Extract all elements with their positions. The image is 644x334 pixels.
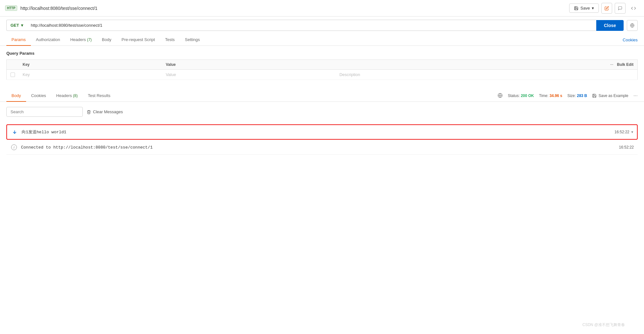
save-chevron: ▾	[592, 6, 594, 10]
params-header-desc-bulk: ··· Bulk Edit	[336, 60, 637, 70]
code-icon-btn[interactable]	[628, 3, 639, 14]
resp-headers-badge: (8)	[73, 94, 78, 98]
resp-tab-body[interactable]: Body	[6, 90, 26, 102]
tab-tests[interactable]: Tests	[160, 34, 180, 46]
globe-status-icon	[498, 93, 503, 99]
http-badge: HTTP	[5, 5, 17, 11]
query-params-section: Query Params Key Value ··· Bulk Edit Key	[0, 46, 644, 85]
info-icon-container: i	[10, 143, 18, 151]
edit-icon-btn[interactable]	[601, 3, 612, 14]
size-label: Size: 283 B	[567, 94, 587, 98]
arrow-down-icon	[12, 129, 17, 135]
response-body: Clear Messages 向1发送hello world1 16:52:22…	[0, 102, 644, 160]
close-button[interactable]: Close	[596, 20, 624, 31]
message-item-0[interactable]: 向1发送hello world1 16:52:22 ▾	[6, 124, 638, 140]
comment-icon-btn[interactable]	[615, 3, 626, 14]
trash-icon	[87, 110, 91, 114]
request-tabs: Params Authorization Headers (7) Body Pr…	[0, 34, 644, 46]
watermark: CSDN @准不想飞舞青春	[582, 322, 625, 328]
message-text-0: 向1发送hello world1	[22, 129, 614, 135]
top-bar: HTTP http://localhost:8080/test/sse/conn…	[0, 0, 644, 17]
tab-body[interactable]: Body	[97, 34, 117, 46]
tab-pre-request-script[interactable]: Pre-request Script	[117, 34, 160, 46]
response-tabs: Body Cookies Headers (8) Test Results St…	[0, 90, 644, 102]
params-table: Key Value ··· Bulk Edit Key Value	[6, 59, 638, 80]
params-dots: ···	[610, 62, 613, 67]
params-row-desc[interactable]: Description	[336, 70, 637, 80]
message-item-1[interactable]: i Connected to http://localhost:8080/tes…	[6, 140, 638, 155]
params-header-checkbox	[7, 60, 19, 70]
url-input[interactable]	[27, 20, 596, 31]
params-header-key: Key	[19, 60, 162, 70]
params-row-checkbox	[7, 70, 19, 80]
top-bar-url-section: HTTP http://localhost:8080/test/sse/conn…	[5, 5, 569, 11]
params-row-value[interactable]: Value	[162, 70, 336, 80]
search-input[interactable]	[6, 107, 83, 117]
save-label: Save	[580, 6, 590, 10]
response-toolbar: Clear Messages	[6, 107, 638, 121]
resp-status-bar: Status: 200 OK Time: 34.96 s Size: 283 B…	[498, 93, 638, 99]
globe-icon-btn[interactable]	[627, 20, 638, 31]
top-bar-url: http://localhost:8080/test/sse/connect/1	[20, 6, 97, 11]
resp-tab-cookies[interactable]: Cookies	[26, 90, 51, 102]
clear-messages-button[interactable]: Clear Messages	[87, 109, 123, 114]
message-time-0: 16:52:22 ▾	[614, 130, 633, 134]
tab-settings[interactable]: Settings	[180, 34, 205, 46]
save-example-icon	[592, 94, 597, 98]
time-label: Time: 34.96 s	[539, 94, 562, 98]
save-example-button[interactable]: Save as Example	[592, 94, 628, 98]
bulk-edit-label[interactable]: Bulk Edit	[617, 62, 633, 67]
params-header-value: Value	[162, 60, 336, 70]
chevron-icon-0: ▾	[631, 130, 633, 134]
top-bar-actions: Save ▾	[569, 3, 639, 14]
tab-authorization[interactable]: Authorization	[31, 34, 65, 46]
url-bar: GET ▾ Close	[0, 17, 644, 34]
method-chevron: ▾	[21, 23, 23, 28]
headers-badge: (7)	[87, 38, 92, 42]
tab-params[interactable]: Params	[6, 34, 31, 46]
code-icon	[631, 6, 636, 11]
more-options-button[interactable]: ···	[633, 93, 638, 99]
method-select[interactable]: GET ▾	[6, 20, 27, 31]
save-icon	[574, 6, 578, 10]
save-button[interactable]: Save ▾	[569, 3, 599, 13]
resp-tab-test-results[interactable]: Test Results	[83, 90, 116, 102]
message-time-1: 16:52:22	[619, 145, 634, 150]
tab-headers[interactable]: Headers (7)	[65, 34, 97, 46]
status-label: Status: 200 OK	[508, 94, 534, 98]
params-row-empty: Key Value Description	[7, 70, 638, 80]
method-label: GET	[11, 23, 19, 28]
message-text-1: Connected to http://localhost:8080/test/…	[21, 145, 619, 150]
cookies-link[interactable]: Cookies	[623, 38, 638, 42]
resp-tab-headers[interactable]: Headers (8)	[51, 90, 83, 102]
info-icon: i	[11, 144, 17, 150]
arrow-down-icon-container	[11, 128, 18, 136]
checkbox[interactable]	[11, 73, 15, 77]
query-params-title: Query Params	[6, 51, 638, 56]
globe-icon	[630, 23, 634, 28]
params-row-key[interactable]: Key	[19, 70, 162, 80]
comment-icon	[618, 6, 622, 10]
http-method-icon: HTTP	[5, 5, 17, 11]
edit-icon	[605, 6, 609, 10]
